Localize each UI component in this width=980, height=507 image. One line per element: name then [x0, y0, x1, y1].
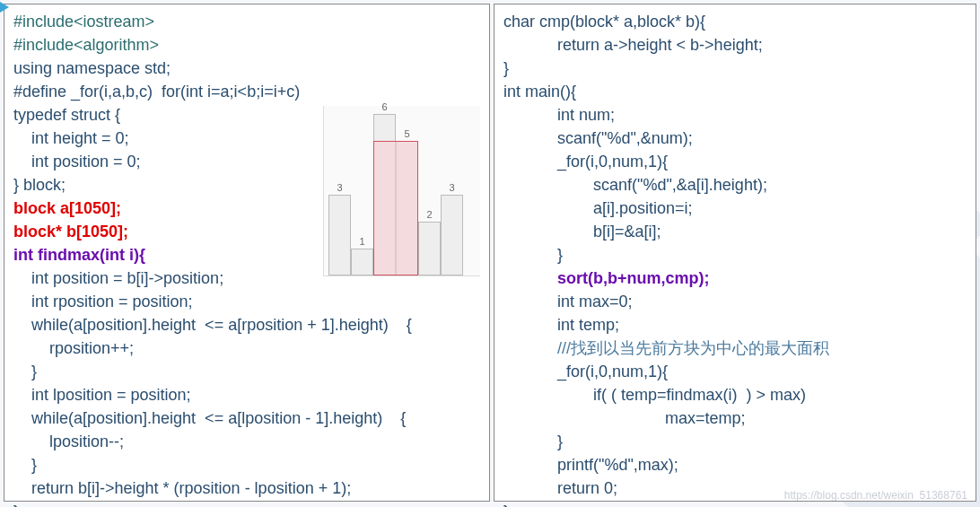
code-line: int main(){: [503, 80, 967, 103]
code-line: #include<algorithm>: [13, 33, 480, 57]
code-line: }: [13, 360, 480, 383]
watermark-text: https://blog.csdn.net/weixin_51368761: [784, 489, 967, 502]
code-line: ///找到以当先前方块为中心的最大面积: [503, 337, 967, 360]
code-line: rposition++;: [13, 337, 480, 360]
code-line: _for(i,0,num,1){: [503, 150, 967, 173]
code-line: if( ( temp=findmax(i) ) > max): [503, 383, 967, 406]
code-line: int lposition = position;: [13, 383, 480, 406]
chart-bar: [418, 222, 441, 275]
bar-label: 5: [396, 128, 418, 139]
code-line: using namespace std;: [13, 57, 480, 80]
code-container: #include<iostream> #include<algorithm> u…: [0, 0, 980, 505]
left-code-panel: #include<iostream> #include<algorithm> u…: [4, 4, 490, 502]
code-line: #define _for(i,a,b,c) for(int i=a;i<b;i=…: [13, 80, 480, 103]
code-line: #include<iostream>: [13, 10, 480, 33]
code-line: char cmp(block* a,block* b){: [503, 10, 967, 33]
code-line: sort(b,b+num,cmp);: [503, 267, 967, 290]
code-line: scanf("%d",&num);: [503, 127, 967, 150]
code-line: scanf("%d",&a[i].height);: [503, 173, 967, 197]
bar-label: 6: [373, 101, 396, 112]
code-line: lposition--;: [13, 430, 480, 453]
histogram-chart: 3 1 6 5 2 3: [323, 106, 480, 276]
code-line: int rposition = position;: [13, 290, 480, 313]
code-line: int num;: [503, 103, 967, 127]
code-line: a[i].position=i;: [503, 197, 967, 220]
code-line: while(a[position].height <= a[rposition …: [13, 313, 480, 337]
right-code-panel: char cmp(block* a,block* b){ return a->h…: [494, 4, 976, 502]
code-line: return a->height < b->height;: [503, 33, 967, 57]
code-line: return b[i]->height * (rposition - lposi…: [13, 476, 480, 500]
code-line: }: [13, 453, 480, 476]
code-line: }: [503, 57, 967, 80]
chart-bar: [328, 195, 351, 275]
code-line: b[i]=&a[i];: [503, 220, 967, 243]
bar-label: 2: [418, 209, 441, 220]
bar-label: 3: [441, 182, 463, 193]
code-line: int max=0;: [503, 290, 967, 313]
bar-label: 3: [328, 182, 351, 193]
bar-label: 1: [351, 236, 373, 247]
code-line: }: [13, 500, 480, 507]
code-line: printf("%d",max);: [503, 453, 967, 476]
code-line: _for(i,0,num,1){: [503, 360, 967, 383]
code-line: while(a[position].height <= a[lposition …: [13, 406, 480, 430]
code-line: int temp;: [503, 313, 967, 337]
chart-bar: [351, 249, 373, 275]
code-line: max=temp;: [503, 406, 967, 430]
line-indicator-icon: [0, 2, 9, 13]
chart-highlight-region: [373, 141, 418, 275]
code-line: }: [503, 430, 967, 453]
code-line: }: [503, 243, 967, 267]
chart-bar: [441, 195, 463, 275]
